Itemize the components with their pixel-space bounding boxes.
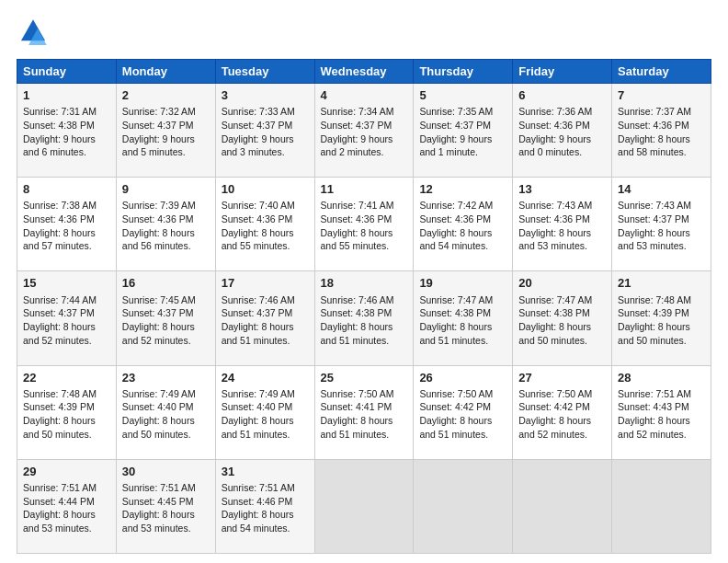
day-cell bbox=[612, 459, 711, 553]
day-number: 13 bbox=[518, 181, 606, 198]
day-number: 10 bbox=[222, 181, 309, 198]
week-row-5: 29Sunrise: 7:51 AMSunset: 4:44 PMDayligh… bbox=[17, 459, 711, 553]
day-cell: 22Sunrise: 7:48 AMSunset: 4:39 PMDayligh… bbox=[17, 365, 117, 459]
day-number: 27 bbox=[518, 370, 606, 386]
day-cell: 24Sunrise: 7:49 AMSunset: 4:40 PMDayligh… bbox=[215, 365, 314, 459]
logo-icon bbox=[17, 17, 50, 50]
day-number: 22 bbox=[23, 370, 110, 386]
day-number: 15 bbox=[23, 275, 110, 292]
day-cell: 9Sunrise: 7:39 AMSunset: 4:36 PMDaylight… bbox=[116, 178, 215, 271]
day-number: 16 bbox=[122, 275, 210, 292]
day-number: 6 bbox=[518, 87, 606, 104]
day-cell: 6Sunrise: 7:36 AMSunset: 4:36 PMDaylight… bbox=[513, 84, 612, 178]
day-number: 7 bbox=[618, 87, 705, 104]
page: SundayMondayTuesdayWednesdayThursdayFrid… bbox=[0, 0, 728, 563]
day-number: 1 bbox=[23, 87, 110, 104]
day-cell: 19Sunrise: 7:47 AMSunset: 4:38 PMDayligh… bbox=[414, 271, 513, 365]
col-header-tuesday: Tuesday bbox=[215, 60, 314, 84]
day-cell: 5Sunrise: 7:35 AMSunset: 4:37 PMDaylight… bbox=[414, 84, 513, 178]
day-number: 9 bbox=[122, 181, 210, 198]
calendar-table: SundayMondayTuesdayWednesdayThursdayFrid… bbox=[17, 59, 711, 554]
day-cell: 15Sunrise: 7:44 AMSunset: 4:37 PMDayligh… bbox=[17, 271, 117, 365]
day-number: 30 bbox=[122, 464, 210, 480]
day-number: 8 bbox=[23, 181, 110, 198]
col-header-friday: Friday bbox=[513, 60, 612, 84]
day-number: 29 bbox=[23, 464, 110, 480]
day-number: 20 bbox=[518, 275, 606, 292]
day-cell: 26Sunrise: 7:50 AMSunset: 4:42 PMDayligh… bbox=[414, 365, 513, 459]
day-number: 21 bbox=[618, 275, 705, 292]
col-header-sunday: Sunday bbox=[17, 60, 117, 84]
day-number: 28 bbox=[618, 370, 705, 386]
day-cell bbox=[414, 459, 513, 553]
day-number: 2 bbox=[122, 87, 210, 104]
day-number: 14 bbox=[618, 181, 705, 198]
header bbox=[17, 17, 711, 50]
week-row-4: 22Sunrise: 7:48 AMSunset: 4:39 PMDayligh… bbox=[17, 365, 711, 459]
day-cell bbox=[513, 459, 612, 553]
day-cell: 21Sunrise: 7:48 AMSunset: 4:39 PMDayligh… bbox=[612, 271, 711, 365]
day-cell: 14Sunrise: 7:43 AMSunset: 4:37 PMDayligh… bbox=[612, 178, 711, 271]
day-number: 24 bbox=[222, 370, 309, 386]
col-header-thursday: Thursday bbox=[414, 60, 513, 84]
day-cell: 18Sunrise: 7:46 AMSunset: 4:38 PMDayligh… bbox=[314, 271, 414, 365]
day-number: 3 bbox=[222, 87, 309, 104]
day-cell: 12Sunrise: 7:42 AMSunset: 4:36 PMDayligh… bbox=[414, 178, 513, 271]
day-cell: 25Sunrise: 7:50 AMSunset: 4:41 PMDayligh… bbox=[314, 365, 414, 459]
day-number: 26 bbox=[419, 370, 506, 386]
day-number: 11 bbox=[321, 181, 408, 198]
day-cell: 29Sunrise: 7:51 AMSunset: 4:44 PMDayligh… bbox=[17, 459, 117, 553]
day-cell: 20Sunrise: 7:47 AMSunset: 4:38 PMDayligh… bbox=[513, 271, 612, 365]
day-cell: 30Sunrise: 7:51 AMSunset: 4:45 PMDayligh… bbox=[116, 459, 215, 553]
week-row-2: 8Sunrise: 7:38 AMSunset: 4:36 PMDaylight… bbox=[17, 178, 711, 271]
day-cell: 4Sunrise: 7:34 AMSunset: 4:37 PMDaylight… bbox=[314, 84, 414, 178]
day-number: 17 bbox=[222, 275, 309, 292]
day-cell: 31Sunrise: 7:51 AMSunset: 4:46 PMDayligh… bbox=[215, 459, 314, 553]
day-cell: 28Sunrise: 7:51 AMSunset: 4:43 PMDayligh… bbox=[612, 365, 711, 459]
day-number: 18 bbox=[321, 275, 408, 292]
week-row-1: 1Sunrise: 7:31 AMSunset: 4:38 PMDaylight… bbox=[17, 84, 711, 178]
day-cell: 8Sunrise: 7:38 AMSunset: 4:36 PMDaylight… bbox=[17, 178, 117, 271]
day-cell: 1Sunrise: 7:31 AMSunset: 4:38 PMDaylight… bbox=[17, 84, 117, 178]
week-row-3: 15Sunrise: 7:44 AMSunset: 4:37 PMDayligh… bbox=[17, 271, 711, 365]
day-number: 23 bbox=[122, 370, 210, 386]
day-cell: 11Sunrise: 7:41 AMSunset: 4:36 PMDayligh… bbox=[314, 178, 414, 271]
day-cell: 10Sunrise: 7:40 AMSunset: 4:36 PMDayligh… bbox=[215, 178, 314, 271]
day-cell: 17Sunrise: 7:46 AMSunset: 4:37 PMDayligh… bbox=[215, 271, 314, 365]
col-header-wednesday: Wednesday bbox=[314, 60, 414, 84]
header-row: SundayMondayTuesdayWednesdayThursdayFrid… bbox=[17, 60, 711, 84]
day-cell: 13Sunrise: 7:43 AMSunset: 4:36 PMDayligh… bbox=[513, 178, 612, 271]
col-header-monday: Monday bbox=[116, 60, 215, 84]
logo bbox=[17, 17, 53, 50]
day-number: 5 bbox=[419, 87, 506, 104]
day-number: 19 bbox=[419, 275, 506, 292]
day-number: 25 bbox=[321, 370, 408, 386]
day-cell: 3Sunrise: 7:33 AMSunset: 4:37 PMDaylight… bbox=[215, 84, 314, 178]
day-number: 31 bbox=[222, 464, 309, 480]
col-header-saturday: Saturday bbox=[612, 60, 711, 84]
day-cell: 16Sunrise: 7:45 AMSunset: 4:37 PMDayligh… bbox=[116, 271, 215, 365]
day-number: 12 bbox=[419, 181, 506, 198]
day-number: 4 bbox=[321, 87, 408, 104]
day-cell bbox=[314, 459, 414, 553]
day-cell: 27Sunrise: 7:50 AMSunset: 4:42 PMDayligh… bbox=[513, 365, 612, 459]
day-cell: 23Sunrise: 7:49 AMSunset: 4:40 PMDayligh… bbox=[116, 365, 215, 459]
day-cell: 2Sunrise: 7:32 AMSunset: 4:37 PMDaylight… bbox=[116, 84, 215, 178]
day-cell: 7Sunrise: 7:37 AMSunset: 4:36 PMDaylight… bbox=[612, 84, 711, 178]
